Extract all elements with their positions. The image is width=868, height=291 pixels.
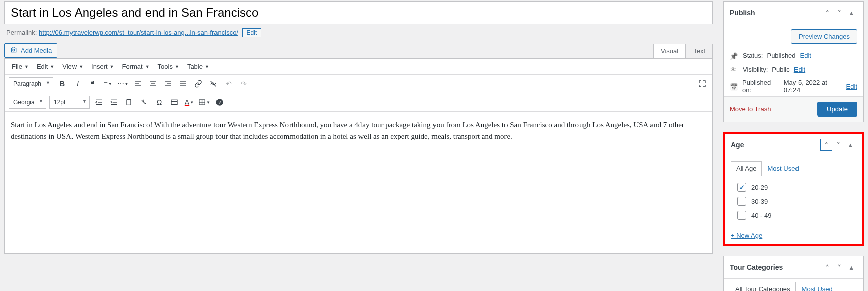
age-label: 40 - 49: [751, 212, 771, 219]
tour-categories-title: Tour Categories: [730, 263, 783, 271]
panel-down-icon[interactable]: ˅: [833, 7, 845, 19]
date-edit-link[interactable]: Edit: [846, 83, 857, 90]
add-media-label: Add Media: [21, 47, 52, 54]
menu-file[interactable]: File▼: [9, 61, 32, 72]
text-color-button[interactable]: A▼: [183, 96, 195, 108]
post-title-input[interactable]: [4, 1, 713, 24]
tour-categories-panel: Tour Categories ˄ ˅ ▴ All Tour Categorie…: [723, 256, 864, 291]
font-select[interactable]: Georgia: [9, 96, 46, 109]
align-right-button[interactable]: [162, 78, 174, 90]
age-item: 20-29: [733, 183, 854, 192]
format-select[interactable]: Paragraph: [9, 77, 53, 90]
panel-up-icon[interactable]: ˄: [821, 261, 833, 273]
date-value: May 5, 2022 at 07:24: [784, 79, 842, 94]
age-checkbox-30-39[interactable]: [737, 197, 746, 206]
svg-rect-20: [127, 100, 131, 105]
link-button[interactable]: [192, 78, 204, 90]
menu-edit[interactable]: Edit▼: [34, 61, 57, 72]
panel-down-icon[interactable]: ˅: [832, 139, 844, 151]
age-title: Age: [731, 141, 744, 149]
panel-up-icon[interactable]: ˄: [821, 7, 833, 19]
editor-menubar: File▼ Edit▼ View▼ Insert▼ Format▼ Tools▼…: [5, 59, 712, 75]
age-label: 20-29: [751, 184, 768, 191]
menu-view[interactable]: View▼: [59, 61, 86, 72]
move-to-trash-link[interactable]: Move to Trash: [730, 105, 771, 113]
permalink-link[interactable]: http://06.mytravelerwp.com/st_tour/start…: [39, 29, 238, 36]
align-center-button[interactable]: [147, 78, 159, 90]
eye-icon: [730, 65, 739, 74]
age-label: 30-39: [751, 198, 768, 205]
age-checklist: 20-29 30-39 40 - 49: [731, 176, 856, 225]
age-checkbox-20-29[interactable]: [737, 183, 746, 192]
table-button[interactable]: ▼: [198, 96, 210, 108]
tab-text[interactable]: Text: [686, 44, 713, 58]
special-char-button[interactable]: Ω: [153, 96, 165, 108]
panel-toggle-icon[interactable]: ▴: [845, 7, 857, 19]
pin-icon: [730, 51, 739, 60]
age-panel: Age ˄ ˅ ▴ All Age Most Used 20-29: [723, 132, 864, 246]
visibility-value: Public: [772, 66, 789, 73]
tab-most-used-categories[interactable]: Most Used: [796, 282, 838, 291]
visibility-label: Visibility:: [743, 66, 768, 73]
tab-visual[interactable]: Visual: [653, 44, 686, 58]
fontsize-select[interactable]: 12pt: [49, 96, 90, 109]
undo-button[interactable]: ↶: [223, 78, 235, 90]
editor-content[interactable]: Start in Los Angeles and end in San Fran…: [5, 112, 712, 253]
age-checkbox-40-49[interactable]: [737, 211, 746, 220]
svg-text:?: ?: [218, 100, 221, 105]
age-item: 40 - 49: [733, 211, 854, 220]
editor: File▼ Edit▼ View▼ Insert▼ Format▼ Tools▼…: [4, 58, 713, 254]
toolbar-row-2: Georgia 12pt Ω A▼: [5, 93, 712, 112]
unlink-button[interactable]: [207, 78, 220, 90]
tab-most-used[interactable]: Most Used: [762, 161, 804, 176]
align-justify-button[interactable]: [177, 78, 189, 90]
clear-format-button[interactable]: [138, 96, 150, 108]
calendar-icon: [730, 82, 738, 91]
indent-button[interactable]: [108, 96, 120, 108]
menu-format[interactable]: Format▼: [119, 61, 153, 72]
date-label: Published on:: [742, 79, 780, 94]
publish-title: Publish: [730, 9, 755, 17]
menu-table[interactable]: Table▼: [184, 61, 212, 72]
align-left-button[interactable]: [132, 78, 144, 90]
update-button[interactable]: Update: [817, 102, 857, 117]
preview-changes-button[interactable]: Preview Changes: [791, 29, 857, 44]
italic-button[interactable]: I: [71, 78, 84, 90]
menu-insert[interactable]: Insert▼: [88, 61, 117, 72]
panel-up-icon[interactable]: ˄: [820, 139, 832, 151]
menu-tools[interactable]: Tools▼: [155, 61, 182, 72]
camera-icon: [10, 46, 18, 55]
status-edit-link[interactable]: Edit: [800, 52, 811, 60]
panel-toggle-icon[interactable]: ▴: [844, 139, 856, 151]
bullet-list-button[interactable]: ≡▼: [102, 78, 114, 90]
permalink-slug: start-in-los-ang...in-san-francisco/: [141, 29, 238, 36]
paste-button[interactable]: [123, 96, 135, 108]
icon-button[interactable]: [168, 96, 180, 108]
permalink-base: http://06.mytravelerwp.com/st_tour/: [39, 29, 141, 36]
svg-point-0: [13, 49, 15, 51]
svg-rect-22: [171, 100, 177, 104]
add-new-age-link[interactable]: + New Age: [731, 231, 762, 239]
status-label: Status:: [743, 52, 763, 60]
panel-toggle-icon[interactable]: ▴: [845, 261, 857, 273]
permalink-edit-button[interactable]: Edit: [242, 28, 262, 37]
fullscreen-button[interactable]: [696, 78, 708, 90]
bold-button[interactable]: B: [56, 78, 68, 90]
panel-down-icon[interactable]: ˅: [833, 261, 845, 273]
blockquote-button[interactable]: ❝: [87, 78, 99, 90]
tab-all-age[interactable]: All Age: [731, 161, 762, 176]
age-item: 30-39: [733, 197, 854, 206]
permalink-label: Permalink:: [6, 29, 37, 36]
help-button[interactable]: ?: [213, 96, 226, 108]
number-list-button[interactable]: ⋯▼: [117, 78, 129, 90]
outdent-button[interactable]: [93, 96, 105, 108]
toolbar-row-1: Paragraph B I ❝ ≡▼ ⋯▼: [5, 75, 712, 93]
svg-rect-21: [128, 99, 130, 100]
tab-all-tour-categories[interactable]: All Tour Categories: [730, 282, 796, 291]
redo-button[interactable]: ↷: [238, 78, 250, 90]
status-value: Published: [767, 52, 795, 60]
publish-panel: Publish ˄ ˅ ▴ Preview Changes Status: Pu…: [723, 1, 864, 122]
permalink-row: Permalink: http://06.mytravelerwp.com/st…: [4, 24, 713, 43]
visibility-edit-link[interactable]: Edit: [794, 66, 805, 73]
add-media-button[interactable]: Add Media: [4, 43, 57, 58]
